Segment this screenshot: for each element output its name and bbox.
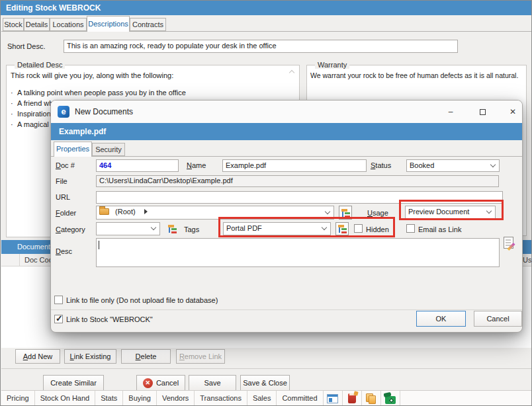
maximize-icon [480,109,486,115]
file-path-field: C:\Users\LindaCarr\Desktop\Example.pdf [96,175,499,187]
tab-contracts[interactable]: Contracts [130,18,166,31]
report-icon [327,394,338,403]
status-label: Status [371,161,391,169]
dialog-footer-divider [51,309,523,310]
detailed-desc-intro: This rock will give you joy, along with … [11,71,173,79]
name-label: Name [187,161,206,169]
status-dropdown[interactable]: Booked [406,159,500,172]
grid-column-divider [19,254,20,266]
tab-descriptions[interactable]: Descriptions [87,16,130,32]
detailed-desc-bullet: A magical [17,120,49,128]
catalog-button[interactable] [343,391,362,406]
folder-icon [99,208,109,215]
ok-button[interactable]: OK [416,311,466,327]
email-as-link-checkbox[interactable] [406,224,415,233]
chevron-down-icon [151,225,156,230]
tab-stock[interactable]: Stock [3,18,24,31]
remove-link-button: Remove Link [176,349,225,364]
delete-button[interactable]: Delete [121,349,171,364]
edit-note-icon[interactable] [504,237,513,249]
cancel-icon: ✕ [143,378,153,388]
tab-locations[interactable]: Locations [50,18,87,31]
bottom-tab-pricing[interactable]: Pricing [1,391,35,406]
category-dropdown[interactable] [96,222,160,235]
category-label: Category [56,225,85,233]
dialog-cancel-button[interactable]: Cancel [474,311,522,327]
bullet-icon: · [11,99,13,107]
save-close-button[interactable]: Save & Close [240,375,290,391]
link-file-only-label: Link to file only (Do not upload file to… [66,296,218,304]
create-similar-label: Create Similar [44,376,103,390]
bottom-tab-buying[interactable]: Buying [123,391,157,406]
name-input[interactable]: Example.pdf [222,159,367,172]
ok-label: OK [417,311,465,326]
save-close-label: Save & Close [241,376,289,390]
detailed-desc-bullet: Inspiration [17,110,51,118]
usage-label: Usage [367,209,388,217]
bullet-icon: · [11,110,13,118]
bullet-icon: · [11,120,13,128]
bottom-tab-committed[interactable]: Committed [277,391,323,406]
link-existing-button[interactable]: Link Existing [64,349,116,364]
tab-details[interactable]: Details [24,18,50,31]
close-button[interactable]: ✕ [505,106,521,118]
desc-textarea[interactable] [96,238,500,267]
bottom-tab-stats[interactable]: Stats [95,391,123,406]
email-as-link-label: Email as Link [418,225,461,233]
link-to-stock-label: Link to Stock "WEBROCK" [66,315,153,323]
bottom-tab-sales[interactable]: Sales [247,391,277,406]
cancel-label: Cancel [156,379,179,387]
tab-properties[interactable]: Properties [54,142,92,157]
book-icon [348,393,356,403]
text-caret [99,241,99,249]
copy-button[interactable] [362,391,381,406]
save-label: Save [189,376,236,390]
rebate-button[interactable] [381,391,400,406]
report-button[interactable] [324,391,343,406]
detailed-desc-bullet: A talking point when people pass you by … [17,89,186,97]
desc-label: Desc [56,247,72,255]
window-titlebar: Editing Stock WEBROCK [1,1,532,15]
link-to-stock-checkbox[interactable] [54,315,63,323]
folder-label: Folder [56,209,76,217]
cancel-button[interactable]: ✕ Cancel [136,375,185,391]
bottom-tab-stock-on-hand[interactable]: Stock On Hand [35,391,96,406]
tab-strip-line [1,31,532,32]
add-new-button[interactable]: Add New [15,349,60,364]
add-new-label: Add New [16,350,60,363]
link-existing-label: Link Existing [65,350,116,363]
bottom-tab-bar: Pricing Stock On Hand Stats Buying Vendo… [1,390,532,406]
dialog-title: New Documents [75,107,133,116]
folder-value: (Root) [115,208,136,216]
category-tree-icon[interactable] [167,224,177,233]
doc-number-input[interactable]: 464 [96,159,179,172]
link-file-only-checkbox[interactable] [54,296,63,304]
create-similar-button[interactable]: Create Similar [43,375,104,391]
detailed-desc-legend: Detailed Desc [15,61,65,69]
dialog-cancel-label: Cancel [474,311,521,326]
chevron-down-icon [325,208,330,214]
minimize-button[interactable]: – [443,106,459,118]
grid-column-user[interactable]: User [523,256,532,264]
document-name-header: Example.pdf [59,127,106,136]
app-window: Editing Stock WEBROCK Stock Details Loca… [0,0,532,406]
chevron-down-icon [490,161,496,167]
bottom-tab-transactions[interactable]: Transactions [195,391,247,406]
app-icon: e [58,106,69,118]
tab-security[interactable]: Security [92,143,125,156]
tree-view-icon [341,208,350,218]
warranty-legend: Warranty [315,61,349,69]
maximize-button[interactable] [474,106,490,118]
document-header: Example.pdf [51,123,523,140]
dialog-titlebar: e New Documents – ✕ [51,101,523,123]
save-button[interactable]: Save [189,375,236,391]
annotation-usage-highlight [399,200,504,220]
scroll-up-icon[interactable] [289,70,294,75]
short-desc-label: Short Desc. [7,42,45,50]
gift-icon [385,396,396,404]
warranty-text: We warrant your rock to be free of human… [310,71,518,79]
short-desc-input[interactable]: This is an amazing rock, ready to popula… [64,40,458,53]
page-title: Editing Stock WEBROCK [6,3,101,13]
documents-header-label: Documents [17,243,54,251]
bottom-tab-vendors[interactable]: Vendors [157,391,195,406]
